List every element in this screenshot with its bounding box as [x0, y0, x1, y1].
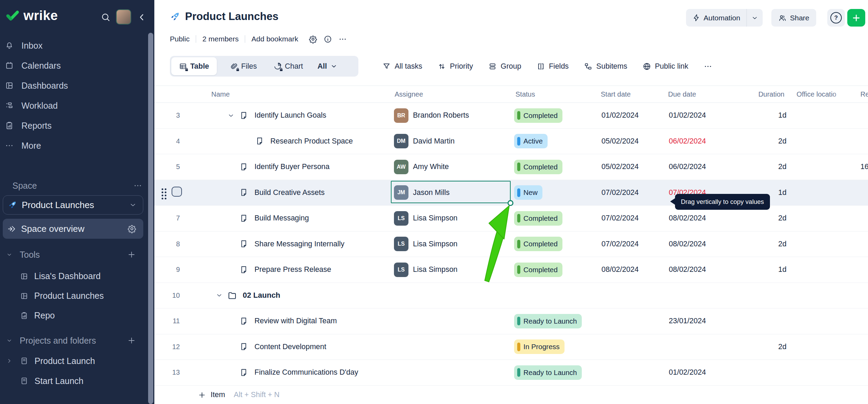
start-date-cell[interactable]: 05/02/2024	[601, 162, 668, 171]
column-header-due-date[interactable]: Due date	[668, 90, 740, 98]
column-header-duration[interactable]: Duration	[740, 90, 789, 98]
drag-handle-icon[interactable]	[162, 188, 166, 199]
task-name[interactable]: Identify Launch Goals	[254, 111, 326, 120]
sidebar-item-repo[interactable]: Repo	[0, 306, 148, 325]
start-date-cell[interactable]: 08/02/2024	[601, 265, 668, 274]
table-row[interactable]: 4 Research Product Space DM David Martin	[154, 129, 868, 155]
status-cell[interactable]: Completed	[513, 108, 601, 123]
status-cell[interactable]: Completed	[513, 263, 601, 277]
task-name[interactable]: Research Product Space	[270, 137, 353, 146]
chevron-down-icon[interactable]	[228, 112, 239, 119]
due-date-cell[interactable]: 06/02/2024	[668, 162, 740, 171]
task-name[interactable]: Build Messaging	[254, 214, 309, 223]
info-icon[interactable]	[324, 35, 332, 43]
due-date-cell[interactable]: 08/02/2024	[668, 265, 740, 274]
assignee-cell[interactable]: DM David Martin	[391, 129, 513, 154]
status-badge[interactable]: Completed	[514, 211, 562, 226]
assignee-cell[interactable]: JM Jason Mills	[391, 180, 513, 206]
group-button[interactable]: Group	[488, 62, 521, 71]
help-button[interactable]: ?	[827, 9, 845, 27]
gear-icon[interactable]	[127, 224, 136, 233]
subitems-button[interactable]: Subitems	[584, 62, 627, 71]
search-icon[interactable]	[100, 12, 111, 22]
due-date-cell[interactable]: 01/02/2024	[668, 111, 740, 120]
status-cell[interactable]: In Progress	[513, 339, 601, 354]
table-row[interactable]: 3 Identify Launch Goals BR Brandon Rober…	[154, 103, 868, 129]
status-cell[interactable]: Completed	[513, 160, 601, 174]
start-date-cell[interactable]: 01/02/2024	[601, 111, 668, 120]
status-cell[interactable]: Completed	[513, 237, 601, 251]
wrike-logo[interactable]: wrike	[5, 8, 58, 23]
more-options-icon[interactable]	[338, 35, 347, 43]
plus-icon[interactable]	[198, 391, 206, 399]
due-date-cell[interactable]: 23/01/2024	[668, 317, 740, 325]
table-row[interactable]: 5 Identify Buyer Persona AW Amy White	[154, 154, 868, 180]
task-name[interactable]: Share Messaging Internally	[254, 240, 345, 248]
sidebar-item-product-launch[interactable]: Product Launch	[0, 351, 148, 371]
duration-cell[interactable]: 2d	[740, 214, 789, 223]
add-item-row[interactable]: Item Alt + Shift + N	[154, 386, 868, 404]
assignee-cell[interactable]: LS Lisa Simpson	[391, 231, 513, 257]
plus-icon[interactable]	[127, 336, 136, 345]
column-header-start-date[interactable]: Start date	[601, 90, 668, 98]
sidebar-item-inbox[interactable]: Inbox	[0, 36, 148, 56]
table-row[interactable]: 13 Finalize Communications D'day	[154, 360, 868, 386]
sidebar-item-dashboards[interactable]: Dashboards	[0, 76, 148, 96]
status-cell[interactable]: Completed	[513, 211, 601, 226]
status-badge[interactable]: Completed	[514, 108, 562, 123]
chevron-right-icon[interactable]	[6, 358, 12, 364]
table-row[interactable]: 12 Content Development	[154, 334, 868, 360]
status-badge[interactable]: In Progress	[514, 339, 565, 354]
assignee-cell[interactable]	[391, 283, 513, 308]
row-checkbox[interactable]	[172, 187, 182, 197]
status-badge[interactable]: Completed	[514, 263, 562, 277]
duration-cell[interactable]: 1d	[740, 111, 789, 120]
table-row[interactable]: 9 Prepare Press Release LS Lisa Simpson	[154, 257, 868, 283]
duration-cell[interactable]: 2d	[740, 162, 789, 171]
assignee-cell[interactable]: LS Lisa Simpson	[391, 257, 513, 283]
due-date-cell[interactable]: 08/02/2024	[668, 240, 740, 248]
status-badge[interactable]: Completed	[514, 237, 562, 251]
status-badge[interactable]: Ready to Launch	[514, 314, 582, 328]
duration-cell[interactable]: 1d	[740, 265, 789, 274]
sidebar-scrollbar[interactable]	[148, 33, 153, 404]
members-link[interactable]: 2 members	[202, 35, 239, 43]
toolbar-more-icon[interactable]	[704, 62, 712, 71]
status-badge[interactable]: Ready to Launch	[514, 365, 582, 380]
table-row[interactable]: 10 02 Launch	[154, 283, 868, 309]
tab-all-dropdown[interactable]: All	[318, 62, 344, 71]
space-selector[interactable]: Product Launches	[3, 195, 143, 215]
task-name[interactable]: Prepare Press Release	[254, 265, 331, 274]
column-header-status[interactable]: Status	[513, 90, 601, 98]
assignee-cell[interactable]	[391, 308, 513, 334]
sidebar-item-product-launches[interactable]: Product Launches	[0, 286, 148, 306]
table-row[interactable]: 11 Review with Digital Team	[154, 308, 868, 334]
create-button[interactable]	[847, 9, 865, 27]
assignee-cell[interactable]: LS Lisa Simpson	[391, 206, 513, 231]
sidebar-item-start-launch[interactable]: Start Launch	[0, 371, 148, 391]
chevron-down-icon[interactable]	[216, 292, 228, 299]
sort-priority[interactable]: Priority	[437, 62, 473, 71]
status-cell[interactable]: Ready to Launch	[513, 365, 601, 380]
start-date-cell[interactable]: 07/02/2024	[601, 214, 668, 223]
user-avatar[interactable]	[116, 9, 131, 24]
status-cell[interactable]: Active	[513, 134, 601, 148]
sidebar-item-reports[interactable]: Reports	[0, 116, 148, 136]
fields-button[interactable]: Fields	[537, 62, 569, 71]
automation-dropdown-button[interactable]	[746, 9, 763, 27]
due-date-cell[interactable]: 08/02/2024	[668, 214, 740, 223]
column-header-re[interactable]: Re	[853, 90, 868, 98]
public-link-button[interactable]: Public link	[643, 62, 688, 71]
sidebar-item-space-overview[interactable]: Space overview	[3, 219, 143, 239]
due-date-cell[interactable]: 06/02/2024	[668, 137, 740, 146]
start-date-cell[interactable]: 05/02/2024	[601, 137, 668, 146]
gear-icon[interactable]	[309, 35, 317, 43]
space-menu-icon[interactable]	[133, 181, 142, 190]
tab-chart[interactable]: Chart	[265, 62, 311, 71]
automation-button[interactable]: Automation	[686, 9, 746, 27]
fill-handle[interactable]	[508, 200, 513, 206]
table-row[interactable]: 8 Share Messaging Internally LS Lisa Sim…	[154, 231, 868, 257]
projects-section-header[interactable]: Projects and folders	[0, 335, 155, 346]
collapse-sidebar-icon[interactable]	[137, 13, 146, 22]
column-header-name[interactable]: Name	[192, 90, 391, 98]
